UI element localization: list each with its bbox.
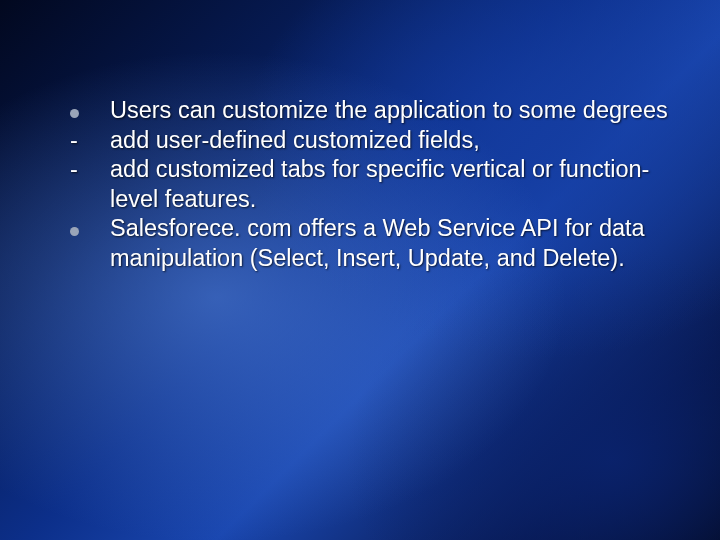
list-item: - add user-defined customized fields, (68, 126, 672, 156)
dash-icon: - (68, 126, 110, 156)
list-item-text: Salesforece. com offers a Web Service AP… (110, 214, 672, 273)
dash-icon: - (68, 155, 110, 185)
list-item: - add customized tabs for specific verti… (68, 155, 672, 214)
bullet-icon (68, 214, 110, 244)
list-item-text: Users can customize the application to s… (110, 96, 672, 126)
list-item: Salesforece. com offers a Web Service AP… (68, 214, 672, 273)
list-item-text: add user-defined customized fields, (110, 126, 672, 156)
list-item-text: add customized tabs for specific vertica… (110, 155, 672, 214)
slide-body: Users can customize the application to s… (68, 96, 672, 274)
list-item: Users can customize the application to s… (68, 96, 672, 126)
slide: Users can customize the application to s… (0, 0, 720, 540)
bullet-icon (68, 96, 110, 126)
